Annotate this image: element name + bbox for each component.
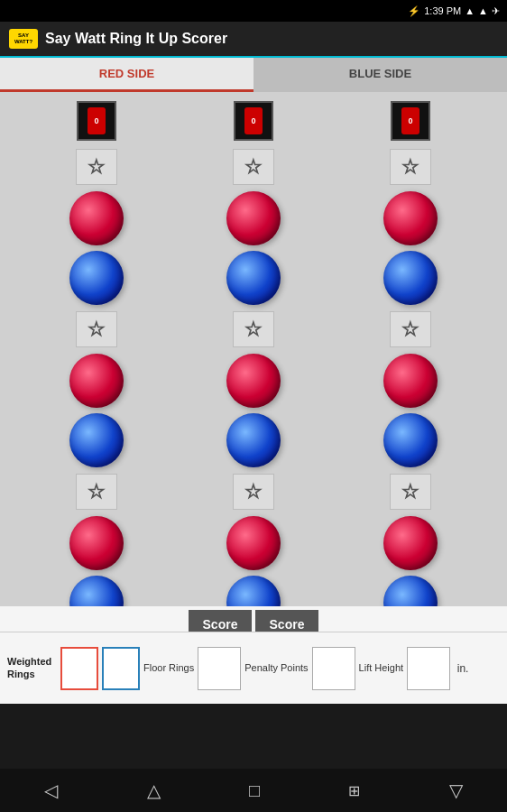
star-icon-2-2: ☆ xyxy=(244,318,263,341)
tab-bar: RED SIDE BLUE SIDE xyxy=(0,58,507,92)
score-indicator-inner-3: 0 xyxy=(401,107,419,134)
weighted-rings-label: Weighted Rings xyxy=(7,656,57,679)
star-button-1-1[interactable]: ☆ xyxy=(76,149,117,185)
star-button-3-2[interactable]: ☆ xyxy=(390,311,431,347)
floor-rings-label: Floor Rings xyxy=(143,662,194,674)
time-display: 1:39 PM xyxy=(424,5,461,16)
star-icon-2-3: ☆ xyxy=(244,480,263,503)
star-icon-1-3: ☆ xyxy=(88,480,106,503)
ring-red-2-2[interactable] xyxy=(226,354,281,408)
lift-height-label: Lift Height xyxy=(359,662,404,674)
penalty-points-label: Penalty Points xyxy=(244,662,308,674)
home-icon[interactable]: △ xyxy=(147,780,161,801)
star-button-3-3[interactable]: ☆ xyxy=(390,474,431,510)
qr-icon[interactable]: ⊞ xyxy=(348,782,360,799)
weighted-rings-input-red[interactable] xyxy=(60,647,98,690)
columns-container: 0 ☆ ☆ ☆ 0 ☆ xyxy=(0,92,507,632)
score-indicator-3: 0 xyxy=(391,101,430,141)
ring-column-2: 0 ☆ ☆ ☆ xyxy=(204,101,303,632)
star-icon-2-1: ☆ xyxy=(244,155,263,179)
floor-rings-input[interactable] xyxy=(198,647,241,690)
star-button-2-1[interactable]: ☆ xyxy=(233,149,274,185)
ring-red-1-2[interactable] xyxy=(69,354,124,408)
title-bar: SAYWATT? Say Watt Ring It Up Scorer xyxy=(0,22,507,58)
score-indicator-2: 0 xyxy=(234,101,273,141)
tab-red-side[interactable]: RED SIDE xyxy=(0,58,254,92)
back-icon[interactable]: ◁ xyxy=(44,780,58,801)
ring-column-3: 0 ☆ ☆ ☆ xyxy=(361,101,460,632)
app-logo: SAYWATT? xyxy=(9,29,38,49)
penalty-points-input[interactable] xyxy=(312,647,355,690)
star-button-2-3[interactable]: ☆ xyxy=(233,474,274,510)
score-indicator-inner-2: 0 xyxy=(244,107,263,134)
status-bar-right: ⚡ 1:39 PM ▲ ▲ ✈ xyxy=(408,5,500,17)
scoring-area: Weighted Rings Floor Rings Penalty Point… xyxy=(0,632,507,704)
ring-red-1-3[interactable] xyxy=(69,516,124,570)
star-icon-3-2: ☆ xyxy=(401,318,419,341)
status-bar: ⚡ 1:39 PM ▲ ▲ ✈ xyxy=(0,0,507,22)
ring-blue-2-2[interactable] xyxy=(226,413,281,467)
down-icon[interactable]: ▽ xyxy=(449,780,463,801)
score-indicator-inner-1: 0 xyxy=(88,107,106,134)
ring-blue-1-2[interactable] xyxy=(69,413,124,467)
signal-icon: ▲ xyxy=(478,5,488,16)
wifi-icon: ▲ xyxy=(465,5,475,16)
ring-red-2-1[interactable] xyxy=(226,191,281,245)
star-button-1-2[interactable]: ☆ xyxy=(76,311,117,347)
ring-red-2-3[interactable] xyxy=(226,516,281,570)
ring-red-3-1[interactable] xyxy=(383,191,438,245)
ring-red-3-2[interactable] xyxy=(383,354,438,408)
ring-blue-3-2[interactable] xyxy=(383,413,438,467)
airplane-icon: ✈ xyxy=(492,5,500,17)
star-icon-3-1: ☆ xyxy=(401,155,419,179)
nav-bar: ◁ △ □ ⊞ ▽ xyxy=(0,769,507,812)
star-button-3-1[interactable]: ☆ xyxy=(390,149,431,185)
main-content: 0 ☆ ☆ ☆ 0 ☆ xyxy=(0,92,507,632)
ring-column-1: 0 ☆ ☆ ☆ xyxy=(47,101,146,632)
score-indicator-1: 0 xyxy=(77,101,116,141)
ring-blue-2-1[interactable] xyxy=(226,251,281,305)
star-button-1-3[interactable]: ☆ xyxy=(76,474,117,510)
weighted-rings-input-blue[interactable] xyxy=(102,647,140,690)
star-icon-3-3: ☆ xyxy=(401,480,419,503)
dark-area xyxy=(0,704,507,769)
usb-icon: ⚡ xyxy=(408,5,420,17)
ring-red-3-3[interactable] xyxy=(383,516,438,570)
ring-red-1-1[interactable] xyxy=(69,191,124,245)
star-icon-1-2: ☆ xyxy=(88,318,106,341)
in-label: in. xyxy=(454,662,472,675)
ring-blue-3-1[interactable] xyxy=(383,251,438,305)
tab-blue-side[interactable]: BLUE SIDE xyxy=(254,58,507,92)
star-button-2-2[interactable]: ☆ xyxy=(233,311,274,347)
ring-blue-1-1[interactable] xyxy=(69,251,124,305)
recents-icon[interactable]: □ xyxy=(249,780,260,801)
app-title: Say Watt Ring It Up Scorer xyxy=(45,31,227,47)
lift-height-input[interactable] xyxy=(407,647,450,690)
star-icon-1-1: ☆ xyxy=(88,155,106,179)
